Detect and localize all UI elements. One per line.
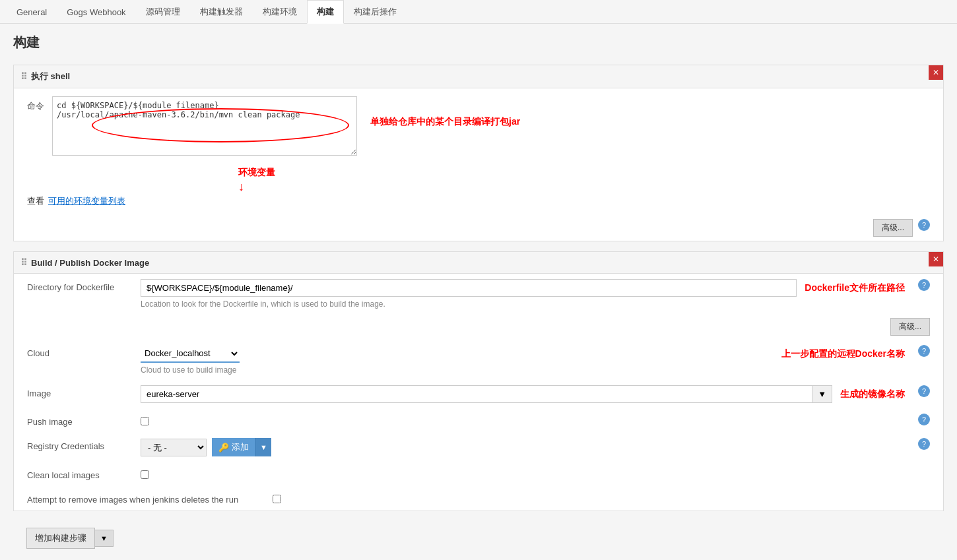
dockerfile-label: Directory for Dockerfile: [27, 279, 133, 292]
cloud-input-area: Docker_localhost 上一步配置的远程Docker名称: [141, 345, 905, 363]
docker-drag-handle-icon: ⠿: [20, 257, 27, 268]
cloud-select[interactable]: Docker_localhost: [141, 345, 240, 363]
image-control-wrap: ▼ 生成的镜像名称: [141, 385, 905, 403]
image-input[interactable]: [141, 385, 812, 403]
cloud-select-wrap: Docker_localhost: [141, 345, 771, 363]
top-nav: General Gogs Webhook 源码管理 构建触发器 构建环境 构建 …: [0, 0, 957, 24]
shell-delete-button[interactable]: ✕: [929, 65, 943, 80]
docker-section-title: Build / Publish Docker Image: [31, 258, 149, 268]
image-dropdown-button[interactable]: ▼: [812, 385, 832, 403]
attempt-remove-control-wrap: [273, 491, 930, 505]
shell-editor-wrap: 命令: [27, 96, 357, 162]
page-title: 构建: [13, 34, 944, 51]
dockerfile-input-area: Dockerfile文件所在路径: [141, 279, 905, 297]
env-arrow: ↓: [238, 180, 930, 194]
key-icon: 🔑: [218, 443, 229, 452]
shell-content-area: 命令 单独给仓库中的某个目录编译打包jar: [27, 96, 930, 162]
cloud-label: Cloud: [27, 345, 133, 358]
docker-advanced-row: 高级...: [14, 314, 943, 340]
dockerfile-input[interactable]: [141, 279, 797, 297]
shell-command-textarea[interactable]: [52, 96, 357, 156]
attempt-remove-checkbox[interactable]: [273, 495, 281, 503]
push-image-help-icon[interactable]: ?: [918, 414, 930, 425]
shell-help-icon[interactable]: ?: [918, 219, 930, 231]
registry-credentials-control-wrap: - 无 - 🔑 添加 ▼: [141, 438, 905, 456]
registry-credentials-label: Registry Credentials: [27, 438, 133, 451]
push-image-control-wrap: [141, 414, 905, 427]
tab-general[interactable]: General: [7, 1, 57, 23]
registry-add-label: 添加: [232, 441, 249, 453]
tab-post-build[interactable]: 构建后操作: [344, 0, 407, 24]
attempt-remove-row: Attempt to remove images when jenkins de…: [14, 486, 943, 511]
push-image-label: Push image: [27, 414, 133, 427]
clean-local-row: Clean local images: [14, 462, 943, 486]
shell-section: ⠿ 执行 shell ✕ 命令 单独给仓库中的某个目录编译打包jar: [13, 65, 944, 241]
registry-add-dropdown-button[interactable]: ▼: [255, 438, 271, 456]
env-annotation-area: 环境变量 ↓ 查看 可用的环境变量列表: [27, 167, 930, 207]
push-image-row: Push image ?: [14, 408, 943, 433]
docker-section-header: ⠿ Build / Publish Docker Image: [14, 252, 943, 274]
page-content: 构建 ⠿ 执行 shell ✕ 命令 单: [0, 24, 957, 560]
registry-select[interactable]: - 无 -: [141, 439, 207, 456]
shell-annotation: 单独给仓库中的某个目录编译打包jar: [370, 96, 520, 128]
shell-section-body: 命令 单独给仓库中的某个目录编译打包jar 环境变量 ↓ 查看 可用的环境变量列…: [14, 88, 943, 215]
shell-advanced-button[interactable]: 高级...: [873, 219, 913, 237]
shell-section-title: 执行 shell: [31, 71, 70, 82]
dockerfile-help-icon[interactable]: ?: [918, 279, 930, 291]
shell-header-left: ⠿ 执行 shell: [20, 71, 70, 82]
tab-source-management[interactable]: 源码管理: [136, 0, 190, 24]
image-row: Image ▼ 生成的镜像名称 ?: [14, 380, 943, 408]
dockerfile-control-wrap: Dockerfile文件所在路径 Location to look for th…: [141, 279, 905, 309]
registry-credentials-row: Registry Credentials - 无 - 🔑 添加 ▼: [14, 433, 943, 462]
image-input-area: ▼ 生成的镜像名称: [141, 385, 905, 403]
dockerfile-annotation: Dockerfile文件所在路径: [805, 282, 905, 294]
shell-section-header: ⠿ 执行 shell: [14, 65, 943, 88]
attempt-remove-label: Attempt to remove images when jenkins de…: [27, 491, 265, 505]
drag-handle-icon: ⠿: [20, 71, 27, 82]
docker-section: ⠿ Build / Publish Docker Image ✕ Directo…: [13, 251, 944, 511]
env-link[interactable]: 可用的环境变量列表: [48, 195, 125, 207]
image-annotation: 生成的镜像名称: [840, 389, 905, 400]
clean-local-control-wrap: [141, 467, 930, 481]
tab-build-env[interactable]: 构建环境: [253, 0, 307, 24]
add-build-step-dropdown-button[interactable]: ▼: [95, 530, 114, 547]
registry-help-icon[interactable]: ?: [918, 438, 930, 450]
clean-local-checkbox[interactable]: [141, 470, 149, 479]
shell-oval-wrap: [52, 96, 357, 158]
tab-gogs-webhook[interactable]: Gogs Webhook: [57, 1, 135, 23]
dockerfile-row: Directory for Dockerfile Dockerfile文件所在路…: [14, 274, 943, 314]
docker-advanced-button[interactable]: 高级...: [890, 318, 930, 336]
add-build-step-button[interactable]: 增加构建步骤: [26, 528, 95, 549]
bottom-bar: 增加构建步骤 ▼: [13, 521, 944, 555]
registry-add-group: 🔑 添加 ▼: [212, 438, 271, 456]
image-label: Image: [27, 385, 133, 398]
image-help-icon[interactable]: ?: [918, 385, 930, 397]
env-link-row: 查看 可用的环境变量列表: [27, 195, 930, 207]
env-var-annotation: 环境变量: [238, 167, 930, 179]
tab-build-trigger[interactable]: 构建触发器: [190, 0, 253, 24]
cloud-help-icon[interactable]: ?: [918, 345, 930, 357]
clean-local-label: Clean local images: [27, 467, 133, 480]
registry-row: - 无 - 🔑 添加 ▼: [141, 438, 905, 456]
tab-build[interactable]: 构建: [307, 0, 344, 24]
docker-delete-button[interactable]: ✕: [929, 252, 943, 266]
registry-add-button[interactable]: 🔑 添加: [212, 438, 255, 456]
cloud-row: Cloud Docker_localhost 上一步配置的远程Docker名称 …: [14, 340, 943, 380]
shell-command-label: 命令: [27, 96, 47, 112]
cloud-hint: Cloud to use to build image: [141, 365, 905, 375]
cloud-control-wrap: Docker_localhost 上一步配置的远程Docker名称 Cloud …: [141, 345, 905, 375]
push-image-checkbox[interactable]: [141, 417, 149, 425]
env-prefix-text: 查看: [27, 195, 44, 207]
dockerfile-hint: Location to look for the Dockerfile in, …: [141, 299, 905, 309]
cloud-annotation: 上一步配置的远程Docker名称: [781, 348, 905, 360]
docker-header-left: ⠿ Build / Publish Docker Image: [20, 257, 149, 268]
shell-advanced-row: 高级... ?: [14, 215, 943, 241]
image-input-wrap: ▼: [141, 385, 832, 403]
